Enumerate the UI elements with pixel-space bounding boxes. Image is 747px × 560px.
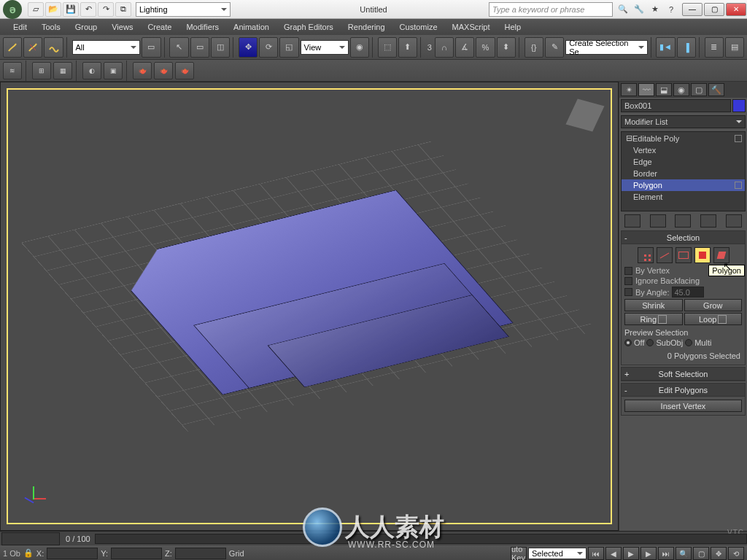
show-end-icon[interactable] <box>650 214 666 228</box>
viewport-perspective[interactable] <box>7 88 612 524</box>
tab-modify-icon[interactable]: 〰 <box>638 83 654 96</box>
menu-animation[interactable]: Animation <box>226 23 276 31</box>
track-bar[interactable] <box>95 534 747 544</box>
layers-icon[interactable]: ≣ <box>705 37 724 58</box>
schematic-icon[interactable]: ⊞ <box>32 62 51 79</box>
grow-button[interactable]: Grow <box>684 299 743 311</box>
object-color-swatch[interactable] <box>732 99 746 112</box>
pin-stack-icon[interactable] <box>624 214 640 228</box>
select-icon[interactable]: ↖ <box>169 37 188 58</box>
rollout-softsel-header[interactable]: +Soft Selection <box>622 368 745 381</box>
maximize-button[interactable]: ▢ <box>704 3 724 16</box>
edit-selset-icon[interactable]: ✎ <box>545 37 564 58</box>
configure-icon[interactable] <box>726 214 742 228</box>
nav-orbit-icon[interactable]: ⟲ <box>728 547 744 560</box>
tab-utilities-icon[interactable]: 🔨 <box>708 83 724 96</box>
subobj-vertex-icon[interactable] <box>638 247 654 263</box>
modifier-stack[interactable]: ⊟ Editable Poly Vertex Edge Border Polyg… <box>621 131 746 211</box>
radio-multi[interactable] <box>685 339 692 346</box>
tab-motion-icon[interactable]: ◉ <box>673 83 689 96</box>
coord-z[interactable] <box>175 548 226 559</box>
menu-edit[interactable]: Edit <box>6 23 34 31</box>
tab-display-icon[interactable]: ▢ <box>691 83 707 96</box>
menu-help[interactable]: Help <box>498 23 529 31</box>
stack-edge[interactable]: Edge <box>622 156 745 168</box>
angle-spinner[interactable]: 45.0 <box>672 287 704 298</box>
make-unique-icon[interactable] <box>675 214 691 228</box>
select-rect-icon[interactable]: ▭ <box>190 37 209 58</box>
menu-rendering[interactable]: Rendering <box>341 23 392 31</box>
prev-frame-icon[interactable]: ◀ <box>605 547 622 560</box>
binoculars-icon[interactable]: 🔍 <box>616 2 630 17</box>
render-setup-icon[interactable]: ◐ <box>82 62 101 79</box>
help-icon[interactable]: ? <box>664 2 678 17</box>
unlink-icon[interactable] <box>23 37 42 58</box>
nav-fov-icon[interactable]: ▢ <box>693 547 709 560</box>
scale-icon[interactable]: ◱ <box>279 37 298 58</box>
teapot3-icon[interactable]: 🫖 <box>175 62 194 79</box>
teapot2-icon[interactable]: 🫖 <box>154 62 173 79</box>
coord-x[interactable] <box>47 548 98 559</box>
menu-tools[interactable]: Tools <box>34 23 68 31</box>
workspace-dropdown[interactable]: Lighting <box>136 2 231 17</box>
move-icon[interactable]: ✥ <box>239 37 258 58</box>
chk-by-angle[interactable] <box>624 288 632 296</box>
keyboard-shortcut-icon[interactable]: ⬆ <box>398 37 417 58</box>
percent-snap-icon[interactable]: % <box>476 37 495 58</box>
link-icon[interactable] <box>3 37 22 58</box>
bind-spacewarp-icon[interactable] <box>44 37 63 58</box>
menu-group[interactable]: Group <box>68 23 105 31</box>
menu-maxscript[interactable]: MAXScript <box>445 23 498 31</box>
close-button[interactable]: ✕ <box>726 3 746 16</box>
tab-create-icon[interactable]: ✴ <box>621 83 637 96</box>
manipulate-icon[interactable]: ⬚ <box>378 37 397 58</box>
teapot1-icon[interactable]: 🫖 <box>133 62 152 79</box>
star-icon[interactable]: ★ <box>648 2 662 17</box>
subobj-edge-icon[interactable] <box>657 247 673 263</box>
new-icon[interactable]: ▱ <box>28 2 44 17</box>
modifier-list-dropdown[interactable]: Modifier List <box>621 115 746 128</box>
open-icon[interactable]: 📂 <box>45 2 61 17</box>
menu-grapheditors[interactable]: Graph Editors <box>276 23 341 31</box>
lock-icon[interactable]: 🔒 <box>23 548 34 559</box>
tab-hierarchy-icon[interactable]: ⬓ <box>656 83 672 96</box>
goto-end-icon[interactable]: ⏭ <box>658 547 674 560</box>
rollout-selection-header[interactable]: -Selection <box>622 231 745 244</box>
app-icon[interactable]: ə <box>3 0 22 19</box>
snap-toggle-icon[interactable]: ∩ <box>435 37 454 58</box>
remove-mod-icon[interactable] <box>700 214 716 228</box>
chk-ignore-backfacing[interactable] <box>624 277 632 285</box>
subobj-polygon-icon[interactable] <box>694 247 711 263</box>
nav-zoom-icon[interactable]: 🔍 <box>676 547 692 560</box>
shrink-button[interactable]: Shrink <box>624 299 683 311</box>
window-crossing-icon[interactable]: ◫ <box>211 37 230 58</box>
time-slider[interactable]: 0 / 100 <box>0 531 747 545</box>
link-icon[interactable]: ⧉ <box>115 2 131 17</box>
pivot-icon[interactable]: ◉ <box>350 37 369 58</box>
frame-thumb[interactable] <box>1 532 60 545</box>
save-icon[interactable]: 💾 <box>63 2 79 17</box>
angle-snap-icon[interactable]: ∡ <box>455 37 474 58</box>
goto-start-icon[interactable]: ⏮ <box>588 547 604 560</box>
key-icon[interactable]: 🔧 <box>632 2 646 17</box>
menu-customize[interactable]: Customize <box>392 23 445 31</box>
align-icon[interactable]: ▐ <box>677 37 696 58</box>
ring-button[interactable]: Ring <box>624 313 683 325</box>
spinner-snap-icon[interactable]: ⬍ <box>497 37 516 58</box>
stack-editable-poly[interactable]: ⊟ Editable Poly <box>622 132 745 144</box>
subobj-border-icon[interactable] <box>676 247 692 263</box>
keymode-dropdown[interactable]: Selected <box>528 548 587 559</box>
object-name-input[interactable] <box>621 99 731 112</box>
select-object-icon[interactable]: ▭ <box>142 37 160 58</box>
viewport[interactable] <box>0 82 619 531</box>
undo-icon[interactable]: ↶ <box>80 2 96 17</box>
selection-filter-dropdown[interactable]: All <box>72 40 141 55</box>
autokey-button[interactable]: uto Key <box>511 547 527 560</box>
menu-views[interactable]: Views <box>104 23 140 31</box>
next-frame-icon[interactable]: ▶ <box>640 547 657 560</box>
named-selset-icon[interactable]: {} <box>525 37 543 58</box>
refcoord-dropdown[interactable]: View <box>301 40 349 55</box>
material-editor-icon[interactable]: ▦ <box>53 62 72 79</box>
graphite-icon[interactable]: ▤ <box>725 37 744 58</box>
menu-create[interactable]: Create <box>140 23 179 31</box>
